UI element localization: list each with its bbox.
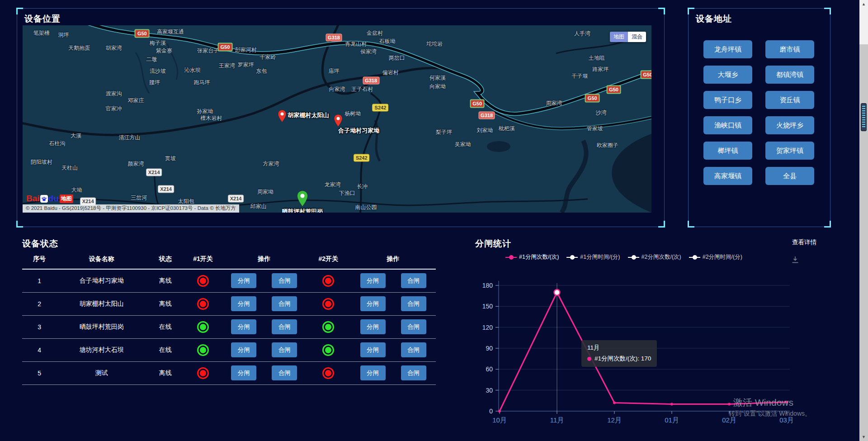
switch-indicator-red [197,367,209,379]
switch1-indicator-cell [184,292,222,315]
device-marker-label: 晒鼓坪村荒田岗 [282,208,323,213]
close-button-sw2[interactable]: 合闸 [401,273,426,288]
download-icon[interactable] [791,256,799,266]
map-place-label: 沙湾 [596,109,607,116]
switch1-indicator-cell [184,361,222,384]
road-shield-G50: G50 [606,85,621,94]
address-button-资丘镇[interactable]: 资丘镇 [765,91,814,109]
baidu-logo-text: Bai [26,194,40,204]
map-type-button-混合[interactable]: 混合 [628,32,646,42]
address-button-榔坪镇[interactable]: 榔坪镇 [703,142,752,160]
trip-button-sw2[interactable]: 分闸 [360,296,386,311]
trip-button-sw2[interactable]: 分闸 [360,319,386,334]
close-button-sw2[interactable]: 合闸 [401,296,426,311]
address-button-大堰乡[interactable]: 大堰乡 [703,66,752,84]
map-place-label: 枇杷溪 [499,124,515,132]
baidu-maps-logo[interactable]: Bai du 地图 [26,194,73,204]
legend-item-#2分闸时间/(分)[interactable]: #2分闸时间/(分) [689,253,742,261]
scroll-down-icon[interactable]: ▼ [859,435,868,439]
table-column-header: 设备名称 [57,251,146,269]
device-marker-label: 胡家棚村太阳山 [288,111,329,119]
table-column-header: #1开关 [184,251,222,269]
map-place-label: 邱家山 [250,202,267,210]
address-button-高家堰镇[interactable]: 高家堰镇 [703,167,752,185]
svg-text:11月: 11月 [550,416,564,424]
trip-button-sw1[interactable]: 分闸 [231,319,256,334]
road-shield-G318: G318 [478,112,495,119]
map-place-label: 大坳 [71,186,82,194]
road-shield-X214: X214 [146,168,162,176]
road-shield-X214: X214 [228,194,244,202]
map-place-label: 刘家坳 [476,126,493,134]
device-marker-胡家棚村太阳山[interactable]: 胡家棚村太阳山 [278,109,287,124]
map-place-label: 干子堰 [571,72,588,80]
trip-button-sw1[interactable]: 分闸 [231,273,256,288]
close-button-sw1[interactable]: 合闸 [272,342,297,357]
legend-item-#1分闸次数/(次)[interactable]: #1分闸次数/(次) [505,253,559,261]
trip-button-sw1[interactable]: 分闸 [231,365,256,380]
address-button-磨市镇[interactable]: 磨市镇 [765,40,814,58]
table-row: 1合子坳村习家坳离线分闸合闸分闸合闸 [22,269,436,292]
legend-marker-icon [689,255,700,260]
close-button-sw2[interactable]: 合闸 [401,319,426,334]
table-column-header: 状态 [146,251,184,269]
close-button-sw2[interactable]: 合闸 [401,365,426,380]
view-details-link[interactable]: 查看详情 [792,238,816,247]
baidu-map-canvas[interactable]: 笔架槽洞坪天鹅抱蛋胡家湾高家堰互通梅子溪紫金寨二墩流沙坡沁水坝张家台子彭家河村千… [23,25,651,213]
legend-marker-icon [505,255,517,260]
switch1-actions-cell: 分闸合闸 [222,269,307,292]
row-number-cell: 1 [22,269,57,292]
svg-text:30: 30 [486,387,493,394]
device-marker-晒鼓坪村荒田岗[interactable]: 晒鼓坪村荒田岗 [297,190,308,209]
close-button-sw1[interactable]: 合闸 [272,319,297,334]
legend-label: #1分闸次数/(次) [519,253,559,261]
trip-button-sw2[interactable]: 分闸 [360,365,386,380]
switch-indicator-red [197,275,209,287]
map-place-label: 东包 [256,67,267,75]
address-button-全县[interactable]: 全县 [765,167,814,185]
svg-text:0: 0 [489,408,493,415]
road-shield-G50: G50 [470,100,485,108]
map-place-label: 庙坪 [329,67,340,75]
svg-text:12月: 12月 [607,416,622,424]
address-button-都镇湾镇[interactable]: 都镇湾镇 [765,66,814,84]
corner-decoration [658,221,665,228]
address-button-渔峡口镇[interactable]: 渔峡口镇 [703,116,752,134]
scrollbar-track-top[interactable] [859,0,868,44]
close-button-sw2[interactable]: 合闸 [401,342,426,357]
trip-button-sw1[interactable]: 分闸 [231,296,256,311]
address-button-鸭子口乡[interactable]: 鸭子口乡 [703,91,752,109]
device-marker-label: 合子坳村习家坳 [338,127,379,135]
trip-button-sw2[interactable]: 分闸 [360,273,386,288]
device-status-cell: 在线 [146,315,184,338]
row-number-cell: 3 [22,315,57,338]
address-button-龙舟坪镇[interactable]: 龙舟坪镇 [703,40,752,58]
scrollbar-thumb[interactable] [861,103,867,131]
switch1-actions-cell: 分闸合闸 [222,338,307,361]
trip-button-sw2[interactable]: 分闸 [360,342,386,357]
map-place-label: 笔架槽 [33,29,50,37]
device-marker-合子坳村习家坳[interactable]: 合子坳村习家坳 [334,114,343,129]
close-button-sw1[interactable]: 合闸 [272,365,297,380]
switch2-actions-cell: 分闸合闸 [350,338,436,361]
device-status-table: 序号设备名称状态#1开关操作#2开关操作 1合子坳村习家坳离线分闸合闸分闸合闸2… [22,251,436,385]
legend-item-#2分闸次数/(次)[interactable]: #2分闸次数/(次) [628,253,681,261]
legend-item-#1分闸时间/(分)[interactable]: #1分闸时间/(分) [566,253,620,261]
map-type-button-地图[interactable]: 地图 [610,32,628,42]
road-shield-S242: S242 [373,104,389,112]
address-button-火烧坪乡[interactable]: 火烧坪乡 [765,116,814,134]
scroll-up-icon[interactable]: ▲ [859,2,868,6]
map-place-label: 梨子坪 [436,128,452,136]
map-place-label: 金盆村 [367,29,383,37]
close-button-sw1[interactable]: 合闸 [272,273,297,288]
svg-text:180: 180 [482,282,493,289]
page-scrollbar[interactable]: ▲ ▼ [859,0,868,441]
device-status-cell: 在线 [146,338,184,361]
device-name-cell: 测试 [57,361,146,384]
close-button-sw1[interactable]: 合闸 [272,296,297,311]
map-place-label: 邓家庄 [127,96,144,104]
map-copyright: © 2021 Baidu - GS(2019)5218号 - 甲测资字11009… [23,204,239,213]
trip-button-sw1[interactable]: 分闸 [231,342,256,357]
address-button-贺家坪镇[interactable]: 贺家坪镇 [765,142,814,160]
map-place-label: 檀木岩村 [200,114,222,122]
